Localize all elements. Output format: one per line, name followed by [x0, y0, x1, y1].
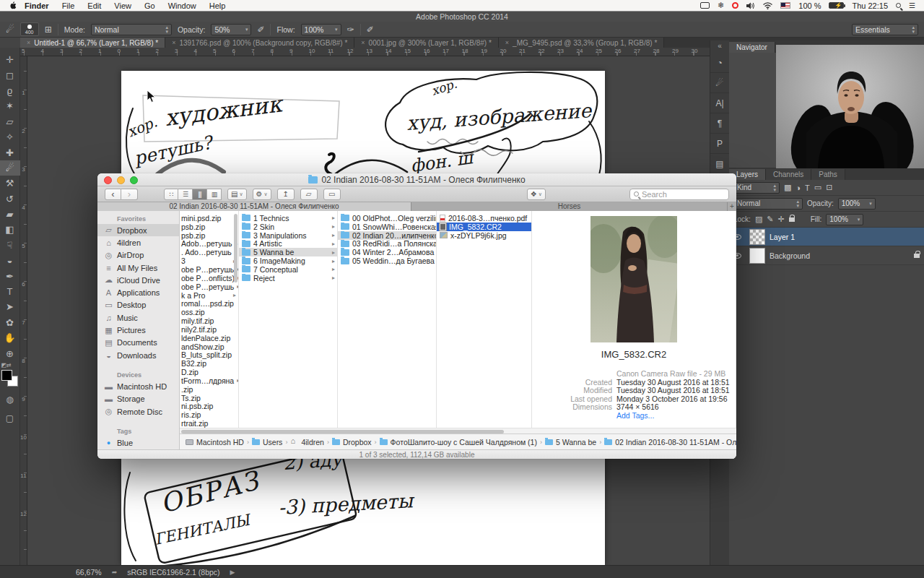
- default-swatches-icon[interactable]: ◩⇄: [1, 362, 12, 368]
- sidebar-item[interactable]: Tags: [97, 426, 179, 436]
- tab-navigator[interactable]: Navigator: [729, 42, 775, 53]
- menu-item[interactable]: Edit: [81, 0, 108, 12]
- path-item[interactable]: 5 Wanna be ›: [545, 438, 601, 447]
- layer-thumbnail[interactable]: [749, 229, 765, 245]
- menubar-clock[interactable]: Thu 22:15: [852, 1, 888, 10]
- character-panel-icon[interactable]: A|: [710, 93, 730, 113]
- volume-icon[interactable]: [746, 0, 755, 12]
- new-tab-button[interactable]: +: [728, 202, 736, 211]
- lock-pixels-icon[interactable]: ✎: [767, 215, 773, 224]
- smoothing-icon[interactable]: ✐: [367, 25, 374, 35]
- sidebar-item[interactable]: ▬ Macintosh HD: [97, 380, 179, 392]
- tag-button[interactable]: ▭: [323, 189, 341, 200]
- folder-row[interactable]: 6 ImageMaking ▸: [239, 256, 337, 265]
- brush-preset-picker[interactable]: 400: [20, 22, 39, 36]
- folder-row[interactable]: 1 Technics ▸: [239, 214, 337, 223]
- paragraph-panel-icon[interactable]: ¶: [710, 113, 730, 134]
- info-panel-icon[interactable]: ▤: [710, 154, 730, 174]
- finder-window[interactable]: 02 Indian 2016-08-30 11-51AM - Олеся Фил…: [97, 173, 736, 459]
- opera-icon[interactable]: [732, 2, 738, 9]
- Layer 1[interactable]: Layer 1: [729, 228, 924, 246]
- sidebar-item[interactable]: ☁ iCloud Drive: [97, 274, 179, 286]
- close-window-button[interactable]: [104, 176, 112, 184]
- snowflake-icon[interactable]: ❄: [718, 0, 724, 12]
- gradient-tool[interactable]: ◧: [0, 222, 20, 237]
- horizontal-scrollbar[interactable]: [180, 428, 736, 434]
- path-item[interactable]: Dropbox ›: [332, 438, 377, 447]
- file-row[interactable]: psb.zip: [180, 223, 238, 231]
- finder-titlebar[interactable]: 02 Indian 2016-08-30 11-51AM - Олеся Фил…: [97, 173, 736, 186]
- menu-item[interactable]: Go: [138, 0, 162, 12]
- close-icon[interactable]: ×: [361, 39, 365, 46]
- filter-adjustment-icon[interactable]: ◑: [796, 184, 801, 192]
- type-tool[interactable]: T: [0, 284, 20, 299]
- foreground-color-swatch[interactable]: [1, 370, 12, 381]
- blend-mode-select[interactable]: Normal ▴▾: [91, 24, 172, 35]
- file-row[interactable]: . Ado…ретушь ▸: [180, 248, 238, 256]
- menu-item[interactable]: View: [108, 0, 138, 12]
- menu-item[interactable]: File: [56, 0, 82, 12]
- sidebar-item[interactable]: ◎ Remote Disc: [97, 405, 179, 418]
- file-row[interactable]: psb.zip: [180, 231, 238, 240]
- file-row[interactable]: mily.tif.zip: [180, 316, 238, 325]
- sidebar-item[interactable]: ≡ All My Files: [97, 262, 179, 274]
- file-row[interactable]: Ts.zip: [180, 394, 238, 402]
- apple-menu[interactable]: [10, 1, 18, 10]
- healing-brush-tool[interactable]: ✚: [0, 144, 20, 160]
- marquee-tool[interactable]: ◻: [0, 67, 20, 82]
- filter-shape-icon[interactable]: ▭: [814, 183, 821, 192]
- menu-item[interactable]: Window: [162, 0, 203, 12]
- brush-tool[interactable]: ☄: [0, 160, 20, 176]
- file-row[interactable]: romal….psd.zip: [180, 299, 238, 308]
- panel-tab[interactable]: Paths: [811, 169, 845, 180]
- arrange-button[interactable]: ▤ ∨: [227, 189, 247, 200]
- search-input[interactable]: [642, 190, 725, 199]
- layer-fill-select[interactable]: 100% ▾: [826, 214, 863, 225]
- spotlight-icon[interactable]: [896, 3, 901, 8]
- language-flag-icon[interactable]: [780, 2, 790, 9]
- color-swatches[interactable]: ◩⇄: [1, 367, 19, 389]
- folder-row[interactable]: 5 Wanna be ▸: [239, 248, 337, 256]
- sidebar-item[interactable]: A Applications: [97, 286, 179, 298]
- finder-tab[interactable]: Horses: [411, 202, 728, 211]
- shape-tool[interactable]: ✿: [0, 315, 20, 330]
- lasso-tool[interactable]: ϱ: [0, 83, 20, 98]
- Background[interactable]: Background: [729, 246, 924, 265]
- path-select-tool[interactable]: ➤: [0, 299, 20, 314]
- menu-item[interactable]: Help: [203, 0, 232, 12]
- icon-view-button[interactable]: ∷: [164, 189, 178, 200]
- workspace-select[interactable]: Essentials ▴▾: [852, 24, 918, 35]
- close-icon[interactable]: ×: [505, 39, 509, 46]
- layer-opacity-select[interactable]: 100% ▾: [838, 198, 876, 210]
- lock-all-icon[interactable]: [789, 217, 795, 222]
- quick-mask-button[interactable]: ◍: [6, 394, 13, 407]
- sidebar-item[interactable]: ◒ Downloads: [97, 349, 179, 361]
- display-icon[interactable]: [700, 2, 710, 9]
- eraser-tool[interactable]: ▰: [0, 207, 20, 222]
- magic-wand-tool[interactable]: ✶: [0, 98, 20, 113]
- dodge-tool[interactable]: ◒: [0, 253, 20, 268]
- menu-item[interactable]: Finder: [18, 0, 56, 12]
- history-brush-tool[interactable]: ↺: [0, 191, 20, 207]
- battery-icon[interactable]: ⚡: [829, 2, 844, 9]
- smudge-tool[interactable]: ☟: [0, 238, 20, 253]
- folder-row[interactable]: 05 Weddin…да Бугаева ▸: [338, 256, 436, 265]
- folder-row[interactable]: 02 Indian 20…илипченко ▸: [338, 231, 436, 240]
- forward-button[interactable]: ›: [121, 189, 138, 200]
- layer-thumbnail[interactable]: [749, 248, 765, 264]
- opacity-select[interactable]: 50% ▾: [211, 24, 251, 35]
- file-row[interactable]: 3 ▸: [180, 256, 238, 265]
- share-button[interactable]: ↥: [277, 189, 295, 200]
- add-tags-link[interactable]: Add Tags...: [616, 412, 654, 420]
- file-row[interactable]: ris.zip: [180, 410, 238, 419]
- file-row[interactable]: obe P…ретушь ▸: [180, 265, 238, 274]
- lock-position-icon[interactable]: ✛: [778, 215, 785, 224]
- clone-stamp-tool[interactable]: ⚒: [0, 176, 20, 191]
- file-row[interactable]: tForm…лдряна ▸: [180, 376, 238, 385]
- scrollbar-thumb[interactable]: [234, 214, 237, 282]
- file-row[interactable]: mini.psd.zip: [180, 214, 238, 223]
- column-view-button[interactable]: |||: [193, 189, 207, 200]
- sidebar-item[interactable]: ▦ Pictures: [97, 324, 179, 336]
- new-folder-button[interactable]: ▱: [300, 189, 318, 200]
- sidebar-item[interactable]: ● Red: [97, 449, 179, 449]
